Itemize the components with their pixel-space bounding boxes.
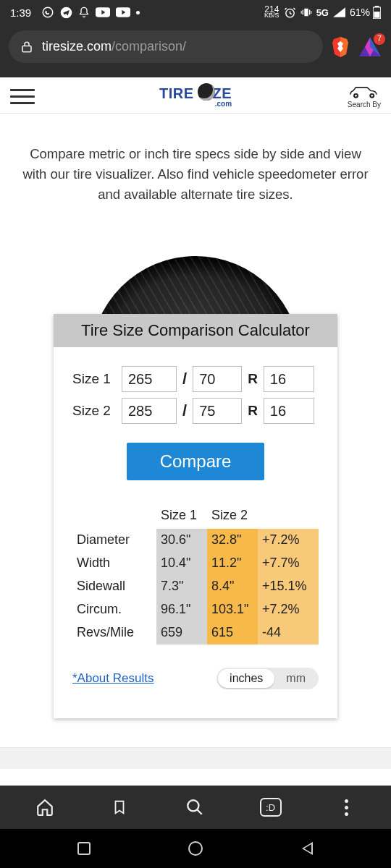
size2-value: 615 [207,621,258,644]
slash-sep-2: / [182,401,187,420]
size2-row: Size 2 / R [72,398,319,424]
slash-sep: / [182,370,187,388]
metric-label: Diameter [72,529,156,552]
metric-label: Revs/Mile [72,621,156,644]
alarm-icon [284,7,296,19]
svg-rect-7 [309,10,310,15]
size2-aspect-input[interactable] [193,398,242,424]
size1-value: 7.3" [156,575,207,598]
intro-text: Compare metric or inch tire specs side b… [0,114,391,220]
table-row: Diameter30.6"32.8"+7.2% [72,529,319,552]
size1-aspect-input[interactable] [193,366,242,392]
url-text: tiresize.com/comparison/ [42,39,186,54]
youtube-icon-2 [116,7,130,17]
size2-value: 32.8" [207,529,258,552]
size1-rim-input[interactable] [264,366,314,392]
page-content: Compare metric or inch tire specs side b… [0,114,391,786]
nav-back-icon[interactable] [300,841,314,856]
unit-toggle[interactable]: inches mm [216,668,319,689]
results-table-wrap: Size 1 Size 2 Diameter30.6"32.8"+7.2%Wid… [54,493,337,650]
size1-value: 10.4" [156,552,207,575]
bell-icon [78,6,90,19]
about-results-link[interactable]: *About Results [72,671,154,686]
table-row: Revs/Mile659615-44 [72,621,319,644]
menu-button[interactable] [10,89,35,104]
site-header: TIRE SIZE .com Search By [0,77,391,114]
results-col-size2: Size 2 [207,508,258,529]
metric-label: Circum. [72,598,156,621]
table-row: Sidewall7.3"8.4"+15.1% [72,575,319,598]
size2-value: 103.1" [207,598,258,621]
car-icon [348,85,381,99]
status-clock: 1:39 [10,7,31,19]
bookmark-icon[interactable] [109,797,130,817]
diff-value: +15.1% [258,575,319,598]
size2-label: Size 2 [72,403,116,419]
signal-icon [333,7,345,17]
metric-label: Sidewall [72,575,156,598]
results-col-size1: Size 1 [156,508,207,529]
home-icon[interactable] [35,797,55,817]
svg-point-17 [371,95,373,97]
section-divider [0,747,391,769]
search-icon[interactable] [185,797,205,817]
tabs-count: :D [266,802,275,813]
svg-rect-9 [311,11,311,14]
nav-recents-icon[interactable] [77,842,91,855]
search-by-label: Search By [348,101,381,109]
table-row: Circum.96.1"103.1"+7.2% [72,598,319,621]
network-type: 5G [316,7,329,18]
browser-chrome: tiresize.com/comparison/ 7 [0,23,391,77]
search-by-button[interactable]: Search By [348,85,381,109]
svg-rect-11 [375,6,379,7]
net-speed-indicator: 214 KB/S [264,7,279,19]
tabs-button[interactable]: :D [260,798,282,817]
brave-rewards-icon[interactable]: 7 [358,35,382,59]
svg-point-0 [43,7,53,17]
nav-home-icon[interactable] [188,841,203,856]
svg-rect-6 [302,10,303,15]
size2-width-input[interactable] [122,398,177,424]
url-bar[interactable]: tiresize.com/comparison/ [9,30,323,63]
site-logo[interactable]: TIRE SIZE .com [159,85,232,108]
calculator-title: Tire Size Comparison Calculator [54,314,337,347]
r-label-2: R [248,403,258,419]
tire-logo-icon [198,83,215,101]
android-nav-bar [0,829,391,868]
diff-value: +7.7% [258,552,319,575]
unit-inches[interactable]: inches [218,669,274,688]
lock-icon [20,40,33,54]
svg-rect-12 [374,12,379,18]
whatsapp-icon [41,6,54,19]
more-dot-icon [136,11,140,14]
svg-rect-8 [300,11,301,14]
diff-value: -44 [258,621,319,644]
size1-value: 96.1" [156,598,207,621]
size1-value: 30.6" [156,529,207,552]
table-row: Width10.4"11.2"+7.7% [72,552,319,575]
svg-point-18 [188,800,198,811]
size2-value: 11.2" [207,552,258,575]
telegram-icon [60,7,72,19]
android-status-bar: 1:39 214 KB/S 5G [0,0,391,23]
browser-bottom-bar: :D [0,786,391,829]
size-inputs: Size 1 / R Size 2 / R Compare [54,347,337,493]
compare-button[interactable]: Compare [127,443,265,480]
vibrate-icon [300,7,312,18]
svg-point-16 [355,95,357,97]
size2-value: 8.4" [207,575,258,598]
size1-width-input[interactable] [122,366,177,392]
brave-shield-icon[interactable] [330,35,350,59]
diff-value: +7.2% [258,598,319,621]
metric-label: Width [72,552,156,575]
notification-badge: 7 [374,33,385,45]
r-label: R [248,371,258,387]
svg-rect-5 [304,9,308,17]
tire-image [0,256,391,314]
calculator-card: Tire Size Comparison Calculator Size 1 /… [54,314,337,718]
unit-mm[interactable]: mm [274,669,317,688]
size2-rim-input[interactable] [264,398,314,424]
logo-text: TIRE SIZE [159,85,232,101]
overflow-menu-icon[interactable] [336,797,356,817]
svg-rect-13 [22,46,31,51]
